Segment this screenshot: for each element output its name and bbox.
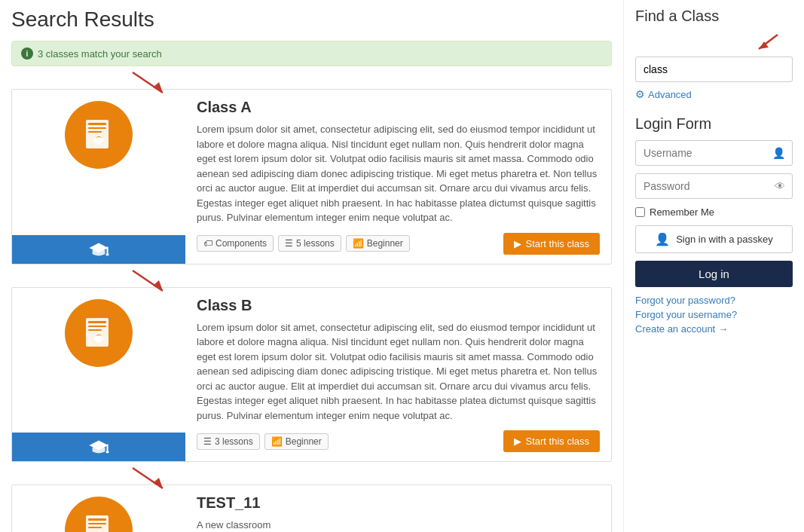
svg-point-9 bbox=[105, 253, 109, 255]
card-badges-a: 🏷 Components ☰ 5 lessons 📶 Beginner bbox=[197, 235, 410, 252]
badge-beginner-a: 📶 Beginner bbox=[346, 235, 410, 252]
tag-icon: 🏷 bbox=[203, 238, 212, 249]
arrow-decoration-1 bbox=[129, 69, 174, 99]
password-group: 👁 bbox=[635, 173, 793, 199]
bar-icon-b: 📶 bbox=[271, 436, 283, 447]
book-icon-test11 bbox=[80, 512, 118, 532]
arrow-decoration-3 bbox=[129, 464, 174, 494]
card-body-a: Class A Lorem ipsum dolor sit amet, cons… bbox=[185, 90, 611, 264]
login-form-section: Login Form 👤 👁 Remember Me 👤 Sign in wit… bbox=[635, 115, 793, 335]
advanced-label: Advanced bbox=[648, 89, 692, 100]
svg-marker-11 bbox=[153, 280, 163, 291]
eye-icon[interactable]: 👁 bbox=[775, 180, 785, 192]
user-icon: 👤 bbox=[772, 147, 785, 159]
card-image-a bbox=[12, 90, 185, 264]
card-title-a: Class A bbox=[197, 99, 600, 116]
find-class-section: Find a Class ⚙ Advanced bbox=[635, 8, 793, 100]
svg-rect-5 bbox=[88, 131, 102, 133]
bar-icon-a: 📶 bbox=[353, 238, 364, 249]
passkey-button[interactable]: 👤 Sign in with a passkey bbox=[635, 225, 793, 253]
class-b-icon bbox=[65, 299, 133, 367]
password-input[interactable] bbox=[635, 173, 793, 199]
svg-rect-4 bbox=[88, 127, 106, 129]
badge-components: 🏷 Components bbox=[197, 235, 274, 252]
card-badges-b: ☰ 3 lessons 📶 Beginner bbox=[197, 433, 329, 450]
svg-rect-8 bbox=[107, 246, 109, 254]
class-card-test11: TEST_11 A new classroom bbox=[11, 485, 612, 532]
login-form-title: Login Form bbox=[635, 115, 793, 133]
passkey-label: Sign in with a passkey bbox=[676, 234, 773, 245]
play-icon-a: ▶ bbox=[514, 238, 521, 249]
gear-icon: ⚙ bbox=[635, 88, 645, 100]
advanced-link[interactable]: ⚙ Advanced bbox=[635, 88, 793, 100]
login-label: Log in bbox=[699, 268, 729, 280]
find-class-title: Find a Class bbox=[635, 8, 793, 25]
svg-rect-15 bbox=[88, 329, 102, 331]
book-icon-b bbox=[80, 314, 118, 352]
svg-point-19 bbox=[105, 451, 109, 454]
search-input[interactable] bbox=[635, 57, 793, 82]
remember-me-row: Remember Me bbox=[635, 206, 793, 218]
card-footer-a: 🏷 Components ☰ 5 lessons 📶 Beginner bbox=[197, 233, 600, 255]
username-input[interactable] bbox=[635, 140, 793, 166]
remember-me-label: Remember Me bbox=[650, 206, 714, 218]
sidebar: Find a Class ⚙ Advanced Login Form 👤 bbox=[623, 0, 804, 532]
start-class-a-button[interactable]: ▶ Start this class bbox=[503, 233, 600, 255]
arrow-right-icon: → bbox=[718, 323, 728, 335]
page-title: Search Results bbox=[11, 8, 612, 32]
svg-rect-14 bbox=[88, 326, 106, 327]
svg-rect-25 bbox=[88, 527, 102, 528]
card-footer-bar-b bbox=[12, 433, 185, 461]
badge-lessons-b: ☰ 3 lessons bbox=[197, 433, 260, 450]
svg-rect-23 bbox=[88, 518, 106, 521]
badge-beginner-b: 📶 Beginner bbox=[264, 433, 329, 450]
svg-rect-13 bbox=[88, 321, 106, 323]
arrow-decoration-2 bbox=[129, 267, 174, 297]
list-icon-a: ☰ bbox=[285, 238, 293, 249]
svg-marker-21 bbox=[153, 478, 163, 488]
start-class-b-button[interactable]: ▶ Start this class bbox=[503, 430, 600, 452]
passkey-icon: 👤 bbox=[655, 232, 670, 246]
card-description-b: Lorem ipsum dolor sit amet, consectetur … bbox=[197, 320, 600, 423]
search-info-bar: i 3 classes match your search bbox=[11, 41, 612, 66]
forgot-password-link[interactable]: Forgot your password? bbox=[635, 295, 793, 306]
card-description-a: Lorem ipsum dolor sit amet, consectetur … bbox=[197, 122, 600, 225]
card-title-b: Class B bbox=[197, 297, 600, 314]
card-title-test11: TEST_11 bbox=[197, 494, 600, 512]
forgot-username-link[interactable]: Forgot your username? bbox=[635, 309, 793, 320]
class-card-a: Class A Lorem ipsum dolor sit amet, cons… bbox=[11, 89, 612, 264]
card-footer-bar-a bbox=[12, 235, 185, 264]
svg-marker-1 bbox=[153, 82, 163, 93]
svg-rect-3 bbox=[88, 123, 106, 125]
info-icon: i bbox=[21, 47, 33, 60]
create-account-link[interactable]: Create an account → bbox=[635, 323, 793, 335]
graduation-icon-b bbox=[88, 436, 109, 457]
graduation-icon-a bbox=[88, 239, 109, 260]
svg-rect-24 bbox=[88, 523, 106, 524]
list-icon-b: ☰ bbox=[203, 436, 212, 447]
card-body-b: Class B Lorem ipsum dolor sit amet, cons… bbox=[185, 288, 611, 462]
card-body-test11: TEST_11 A new classroom bbox=[185, 485, 611, 532]
card-footer-b: ☰ 3 lessons 📶 Beginner ▶ Start this clas… bbox=[197, 430, 600, 452]
search-info-text: 3 classes match your search bbox=[38, 48, 162, 60]
create-account-label: Create an account bbox=[635, 323, 715, 335]
card-description-test11: A new classroom bbox=[197, 518, 600, 532]
remember-me-checkbox[interactable] bbox=[635, 207, 645, 217]
search-input-wrap bbox=[635, 57, 793, 82]
card-image-b bbox=[12, 288, 185, 462]
username-group: 👤 bbox=[635, 140, 793, 166]
search-arrow bbox=[747, 32, 785, 55]
badge-lessons-a: ☰ 5 lessons bbox=[278, 235, 341, 252]
main-content: Search Results i 3 classes match your se… bbox=[0, 0, 623, 532]
play-icon-b: ▶ bbox=[514, 436, 521, 447]
sidebar-links: Forgot your password? Forgot your userna… bbox=[635, 295, 793, 335]
class-a-icon bbox=[65, 101, 133, 169]
test11-icon bbox=[65, 497, 133, 532]
login-button[interactable]: Log in bbox=[635, 261, 793, 287]
book-icon bbox=[80, 116, 118, 154]
svg-rect-18 bbox=[107, 445, 109, 452]
class-card-b: Class B Lorem ipsum dolor sit amet, cons… bbox=[11, 287, 612, 463]
